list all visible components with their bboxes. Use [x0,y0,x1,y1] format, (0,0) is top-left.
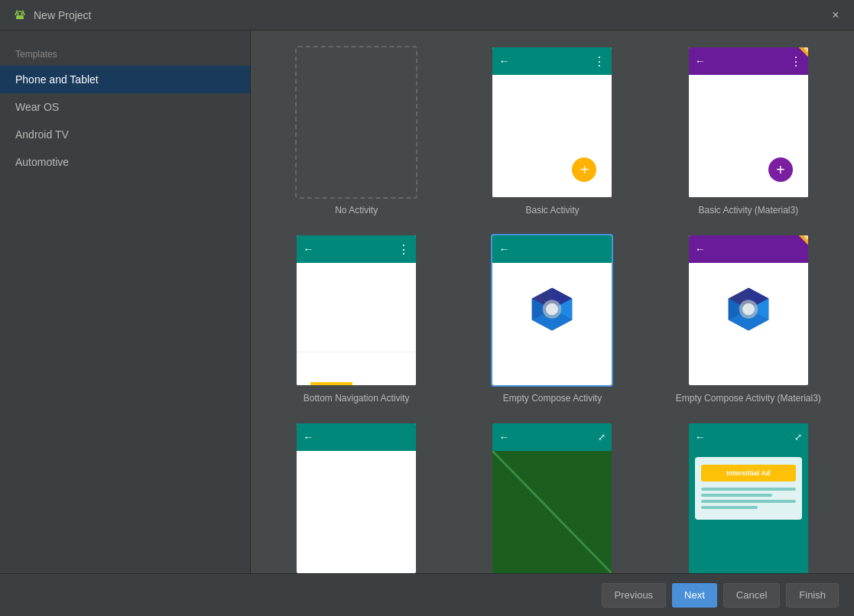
template-no-activity[interactable]: No Activity [266,46,446,216]
close-button[interactable]: × [830,9,842,21]
template-bottom-nav[interactable]: ← ⋮ Bottom Navigation Activity [266,234,446,404]
sidebar-item-automotive[interactable]: Automotive [0,148,250,176]
svg-point-10 [547,303,559,316]
content-area: No Activity ← ⋮ + [251,31,854,573]
template-interstitial-ad[interactable]: ← ⤢ Interstitial Ad I [658,422,839,573]
template-basic-activity-m3[interactable]: ← ⋮ + PREVIEW Basic Activity (Material3) [658,46,839,216]
templates-grid: No Activity ← ⋮ + [266,46,839,573]
cancel-button[interactable]: Cancel [723,583,780,608]
template-preview-basic-activity: ← ⋮ + [491,46,613,199]
template-label-no-activity: No Activity [335,205,378,216]
footer: Previous Next Cancel Finish [0,573,854,616]
template-simple-activity[interactable]: ← Empty Activity [266,422,446,573]
finish-button[interactable]: Finish [786,583,839,608]
svg-point-0 [17,13,19,15]
toolbar-dots-icon: ⋮ [593,54,606,69]
title-bar: New Project × [0,0,854,31]
svg-point-17 [742,303,755,316]
template-basic-activity[interactable]: ← ⋮ + Basic Activity [462,46,642,216]
preview-badge-m3: PREVIEW [770,47,808,86]
svg-line-18 [492,451,612,573]
compose-m3-logo-icon [722,283,775,336]
sidebar: Templates Phone and Tablet Wear OS Andro… [0,31,251,573]
template-preview-bottom-nav: ← ⋮ [295,234,417,387]
sidebar-item-phone-tablet[interactable]: Phone and Tablet [0,66,250,93]
sidebar-item-wear-os[interactable]: Wear OS [0,93,250,121]
template-label-empty-compose: Empty Compose Activity [503,393,602,404]
template-label-basic-activity-m3: Basic Activity (Material3) [698,205,798,216]
template-label-basic-activity: Basic Activity [525,205,579,216]
template-empty-compose[interactable]: ← [462,234,642,404]
main-content: Templates Phone and Tablet Wear OS Andro… [0,31,854,573]
template-preview-fullscreen: ← ⤢ [491,422,613,573]
toolbar-arrow-icon: ← [498,55,509,67]
template-preview-no-activity [295,46,417,199]
compose-logo-icon [525,283,579,336]
fab-icon: + [572,157,596,182]
previous-button[interactable]: Previous [602,583,667,608]
template-preview-simple-activity: ← [295,422,417,573]
next-button[interactable]: Next [672,583,717,608]
template-fullscreen[interactable]: ← ⤢ Fullscreen Activity [462,422,642,573]
sidebar-section-label: Templates [0,37,250,66]
template-label-bottom-nav: Bottom Navigation Activity [304,393,410,404]
sidebar-item-android-tv[interactable]: Android TV [0,121,250,148]
template-preview-empty-compose-m3: ← [687,234,810,387]
template-empty-compose-m3[interactable]: ← [658,234,839,404]
template-label-empty-compose-m3: Empty Compose Activity (Material3) [676,393,821,404]
template-preview-basic-activity-m3: ← ⋮ + PREVIEW [687,46,810,199]
fullscreen-diagonal-icon [492,451,612,573]
svg-point-1 [21,13,23,15]
preview-badge-compose-m3: PREVIEW [770,235,808,274]
android-icon [12,8,28,23]
template-preview-empty-compose: ← [491,234,613,387]
template-preview-interstitial-ad: ← ⤢ Interstitial Ad [687,422,810,573]
new-project-dialog: New Project × Templates Phone and Tablet… [0,0,854,616]
toolbar-arrow-m3-icon: ← [695,55,706,67]
dialog-title: New Project [34,9,830,21]
interstitial-ad-label: Interstitial Ad [701,465,796,481]
